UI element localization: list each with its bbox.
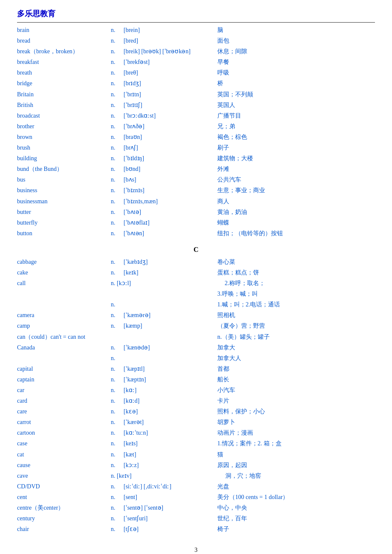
phonetic: [ˈbrɪtɪʃ] — [124, 100, 217, 110]
meaning: 光盘 — [217, 482, 375, 491]
pos: n. — [111, 257, 124, 267]
list-item: 3.呼唤；喊；叫 — [17, 289, 375, 299]
meaning: 生意；事业；商业 — [217, 185, 375, 195]
phonetic: [ˈkæbɪdʒ] — [124, 257, 217, 267]
list-item: capitaln.[ˈkæpɪtl]首都 — [17, 364, 375, 374]
word: bread — [17, 36, 111, 46]
list-item: bund（the Bund）n.[bʊnd]外滩 — [17, 164, 375, 174]
pos: n. — [111, 439, 124, 448]
list-item: businessn.[ˈbɪznɪs]生意；事业；商业 — [17, 185, 375, 195]
meaning: 蛋糕；糕点；饼 — [217, 268, 375, 277]
meaning: 1.情况；案件；2. 箱；盒 — [217, 439, 375, 448]
word: bund（the Bund） — [17, 164, 111, 174]
list-item: carrotn.[ˈkærət]胡萝卜 — [17, 417, 375, 427]
word: breath — [17, 68, 111, 78]
phonetic: [ˈsentʃuri] — [124, 514, 217, 523]
phonetic: [bʊnd] — [124, 164, 217, 174]
meaning: 胡萝卜 — [217, 417, 375, 427]
list-item: bridgen.[brɪdʒ]桥 — [17, 78, 375, 88]
meaning: 商人 — [217, 196, 375, 206]
pos: n. — [111, 100, 124, 110]
list-item: Canadan.[ˈkænədə]加拿大 — [17, 343, 375, 352]
phonetic: [breik] [brəʊk] [ˈbrəʊkən] — [124, 46, 217, 56]
phonetic: [ˈbɪldɪŋ] — [124, 153, 217, 163]
phonetic: [brʌʃ] — [124, 143, 217, 153]
meaning: 公共汽车 — [217, 175, 375, 185]
list-item: n.1.喊；叫；2.电话；通话 — [17, 300, 375, 309]
word: cabbage — [17, 257, 111, 267]
meaning: 美分（100 cents = 1 dollar） — [217, 492, 375, 502]
phonetic: [kæmp] — [124, 321, 217, 331]
meaning: 英国人 — [217, 100, 375, 110]
meaning: 2.称呼；取名； — [225, 278, 375, 288]
phonetic: [kɑː] — [124, 385, 217, 395]
list-item: break（broke，broken）n.[breik] [brəʊk] [ˈb… — [17, 46, 375, 56]
section-c-header: C — [17, 246, 375, 254]
meaning: 椅子 — [217, 524, 375, 534]
word: CD/DVD — [17, 482, 111, 491]
meaning: 1.喊；叫；2.电话；通话 — [217, 300, 375, 309]
phonetic: [sent] — [124, 492, 217, 502]
meaning: 船长 — [217, 375, 375, 384]
word: care — [17, 407, 111, 416]
pos: n. — [111, 25, 124, 35]
list-item: brainn.[brein]脑 — [17, 25, 375, 35]
word: brush — [17, 143, 111, 153]
list-item: catn.[kæt]猫 — [17, 450, 375, 459]
word: case — [17, 439, 111, 448]
pos: n. — [111, 196, 124, 206]
pos: n. — [111, 375, 124, 384]
phonetic: [kɔːz] — [124, 460, 217, 470]
pos: n. — [111, 364, 124, 374]
word: bridge — [17, 78, 111, 88]
list-item: calln. [kɔːl]2.称呼；取名； — [17, 278, 375, 288]
word: button — [17, 228, 111, 238]
meaning: 休息；间隙 — [217, 46, 375, 56]
list-item: brushn.[brʌʃ]刷子 — [17, 143, 375, 153]
word: brain — [17, 25, 111, 35]
meaning: 首都 — [217, 364, 375, 374]
meaning: 加拿大 — [217, 343, 375, 352]
word: building — [17, 153, 111, 163]
word: cause — [17, 460, 111, 470]
word: can（could）can't = can not — [17, 332, 111, 342]
phonetic: [ˈbʌtəflaɪ] — [124, 218, 217, 228]
list-item: centn.[sent]美分（100 cents = 1 dollar） — [17, 492, 375, 502]
meaning: 兄；弟 — [217, 121, 375, 131]
word: chair — [17, 524, 111, 534]
phonetic: [ˈbʌtə] — [124, 207, 217, 217]
pos: n. — [111, 450, 124, 459]
word: century — [17, 514, 111, 523]
meaning: 纽扣；（电铃等的）按钮 — [217, 228, 375, 238]
pos: n. [keɪv] — [111, 471, 132, 481]
word: business — [17, 185, 111, 195]
word: break（broke，broken） — [17, 46, 111, 56]
list-item: caken.[keɪk]蛋糕；糕点；饼 — [17, 268, 375, 277]
word: cave — [17, 471, 111, 481]
phonetic: [kɑːd] — [124, 396, 217, 406]
list-item: Britainn.[ˈbrɪtn]英国；不列颠 — [17, 89, 375, 99]
list-item: breathn.[breθ]呼吸 — [17, 68, 375, 78]
pos: n. — [111, 57, 124, 67]
meaning: 面包 — [217, 36, 375, 46]
meaning: 3.呼唤；喊；叫 — [217, 289, 375, 299]
word: Britain — [17, 89, 111, 99]
pos: n. — [111, 36, 124, 46]
meaning: 中心，中央 — [217, 503, 375, 513]
word: butter — [17, 207, 111, 217]
word: call — [17, 278, 111, 288]
meaning: 桥 — [217, 78, 375, 88]
pos: n. — [111, 428, 124, 438]
phonetic: [brein] — [124, 25, 217, 35]
pos: n. — [111, 228, 124, 238]
list-item: captainn.[ˈkæptɪn]船长 — [17, 375, 375, 384]
list-item: breakfastn.[ˈbrekfəst]早餐 — [17, 57, 375, 67]
phonetic: [breθ] — [124, 68, 217, 78]
phonetic: [ˈkæptɪn] — [124, 375, 217, 384]
list-item: CD/DVDn.[siːˈdiː] [ˌdiːviːˈdiː]光盘 — [17, 482, 375, 491]
meaning: 卡片 — [217, 396, 375, 406]
meaning: 呼吸 — [217, 68, 375, 78]
meaning: 猫 — [217, 450, 375, 459]
word: Canada — [17, 343, 111, 352]
list-item: busn.[bʌs]公共汽车 — [17, 175, 375, 185]
